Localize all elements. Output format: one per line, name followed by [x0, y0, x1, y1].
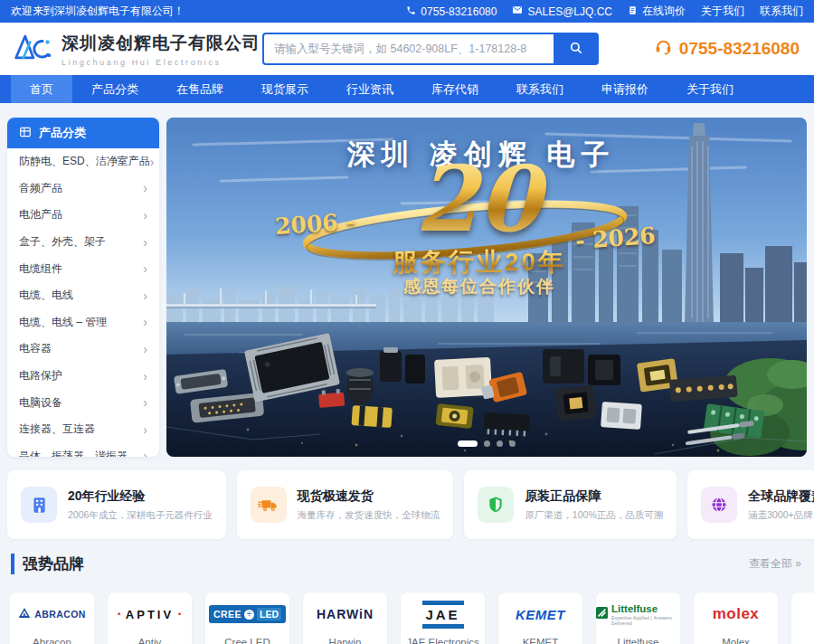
globe-icon	[701, 487, 737, 523]
nav-item-about[interactable]: 关于我们	[667, 75, 752, 103]
brand-card-jae[interactable]: JAE JAE Electronics	[400, 592, 486, 644]
carousel-dot[interactable]	[497, 440, 503, 447]
sidebar-item-connectors[interactable]: 连接器、互连器›	[7, 416, 159, 443]
brand-card-aptiv[interactable]: · APTIV · Aptiv	[107, 592, 193, 644]
topbar: 欢迎来到深圳凌创辉电子有限公司！ 0755-83216080 SALES@LJQ…	[0, 0, 814, 23]
topbar-email-text: SALES@LJQ.CC	[527, 5, 612, 18]
sidebar-item-computer-equipment[interactable]: 电脑设备›	[7, 389, 159, 416]
topbar-contact-link[interactable]: 联系我们	[760, 4, 803, 19]
chevron-right-icon: ›	[143, 289, 147, 303]
feature-card-shipping: 现货极速发货 海量库存，发货速度快，全球物流	[237, 470, 454, 539]
nav-item-consignment[interactable]: 库存代销	[412, 75, 497, 103]
sidebar-item-capacitors[interactable]: 电容器›	[7, 336, 159, 363]
carousel-dot-active[interactable]	[458, 440, 478, 447]
section-title: 强势品牌	[11, 554, 84, 574]
jae-logo: JAE	[422, 601, 464, 629]
shield-icon	[478, 487, 514, 523]
brand-card-harwin[interactable]: HARWiN Harwin	[302, 592, 388, 644]
chevron-right-icon: ›	[150, 155, 155, 169]
kemet-logo: KEMET	[516, 607, 565, 622]
littelfuse-logo: Littelfuse Expertise Applied | Answers D…	[596, 592, 680, 636]
company-name: 深圳凌创辉电子有限公司	[62, 32, 260, 55]
banner-subslogan: 感恩每位合作伙伴	[166, 275, 792, 298]
brand-card-littelfuse[interactable]: Littelfuse Expertise Applied | Answers D…	[595, 592, 681, 644]
site-header: 深圳凌创辉电子有限公司 Lingchuang Hui Electronics 0…	[0, 23, 814, 75]
nav-item-brands[interactable]: 在售品牌	[157, 75, 242, 103]
hotline-number: 0755-83216080	[679, 39, 800, 59]
nav-item-contact[interactable]: 联系我们	[497, 75, 582, 103]
hero-banner: 深圳 凌创辉 电子 20 2006 - - 2026 服务行业20年 感恩每位合…	[166, 118, 807, 457]
chevron-right-icon: ›	[143, 395, 147, 410]
company-subtitle: Lingchuang Hui Electronics	[62, 58, 260, 67]
feature-cards: 20年行业经验 2006年成立，深耕电子元器件行业 现货极速发货 海量库存，发货…	[7, 470, 807, 539]
search-input[interactable]	[262, 33, 554, 65]
abracon-logo: ABRACON	[10, 592, 94, 636]
sidebar-item-circuit-protection[interactable]: 电路保护›	[7, 363, 159, 390]
nav-item-home[interactable]: 首页	[11, 75, 72, 103]
search-button[interactable]	[554, 33, 599, 65]
cree-led-logo: CREE ÷ LED	[205, 592, 289, 636]
brand-cards: ABRACON Abracon · APTIV · Aptiv CREE ÷ L…	[9, 592, 814, 644]
harwin-logo: HARWiN	[317, 607, 374, 621]
brand-card-molex[interactable]: molex Molex	[693, 592, 779, 644]
hotline: 0755-83216080	[654, 23, 800, 75]
category-sidebar: 产品分类 防静电、ESD、洁净室产品› 音频产品› 电池产品› 盒子、外壳、架子…	[7, 118, 159, 457]
sidebar-item-cables-wires[interactable]: 电缆、电线›	[7, 282, 159, 309]
grid-icon	[19, 126, 32, 141]
aptiv-logo: · APTIV ·	[108, 592, 192, 636]
topbar-about-link[interactable]: 关于我们	[701, 4, 744, 19]
brand-card-cree-led[interactable]: CREE ÷ LED Cree LED	[204, 592, 290, 644]
document-icon	[628, 5, 638, 18]
chevron-right-icon: ›	[143, 422, 147, 437]
feature-card-authenticity: 原装正品保障 原厂渠道，100%正品，品质可溯	[464, 470, 677, 539]
sidebar-item-cable-management[interactable]: 电缆、电线 – 管理›	[7, 309, 159, 336]
nav-item-news[interactable]: 行业资讯	[327, 75, 412, 103]
logo[interactable]: 深圳凌创辉电子有限公司 Lingchuang Hui Electronics	[13, 30, 260, 68]
topbar-email[interactable]: SALES@LJQ.CC	[512, 5, 612, 18]
welcome-text: 欢迎来到深圳凌创辉电子有限公司！	[11, 4, 185, 19]
topbar-inquiry-link[interactable]: 在线询价	[628, 4, 686, 19]
sidebar-item-crystals[interactable]: 晶体、振荡器、谐振器›	[7, 443, 159, 457]
sidebar-header[interactable]: 产品分类	[7, 118, 159, 148]
carousel-dots	[166, 440, 807, 447]
banner-big-number: 20	[166, 154, 789, 244]
nav-item-stock[interactable]: 现货展示	[242, 75, 327, 103]
search-icon	[568, 40, 584, 59]
chevron-right-icon: ›	[143, 208, 147, 223]
chevron-right-icon: ›	[143, 369, 147, 384]
feature-card-experience: 20年行业经验 2006年成立，深耕电子元器件行业	[7, 470, 226, 539]
molex-logo: molex	[713, 605, 760, 623]
sidebar-item-battery[interactable]: 电池产品›	[7, 202, 159, 229]
abracon-triangle-icon	[18, 606, 31, 622]
nav-item-categories[interactable]: 产品分类	[72, 75, 157, 103]
search-bar	[262, 33, 599, 65]
truck-icon	[251, 487, 287, 523]
topbar-phone-number: 0755-83216080	[421, 5, 497, 18]
brand-card-partial[interactable]	[790, 592, 814, 644]
topbar-phone[interactable]: 0755-83216080	[406, 5, 497, 18]
sidebar-item-cable-assemblies[interactable]: 电缆组件›	[7, 255, 159, 282]
chevron-right-icon: ›	[143, 315, 147, 329]
carousel-dot[interactable]	[509, 440, 516, 447]
view-all-link[interactable]: 查看全部 »	[749, 556, 801, 572]
littelfuse-icon	[596, 606, 608, 622]
brand-card-kemet[interactable]: KEMET KEMET	[497, 592, 583, 644]
main-content: 产品分类 防静电、ESD、洁净室产品› 音频产品› 电池产品› 盒子、外壳、架子…	[0, 103, 814, 644]
cree-symbol-icon: ÷	[244, 610, 254, 620]
chevron-right-icon: ›	[143, 261, 147, 276]
headset-icon	[654, 37, 673, 61]
sidebar-item-audio[interactable]: 音频产品›	[7, 175, 159, 203]
chevron-right-icon: ›	[143, 342, 147, 356]
sidebar-item-esd[interactable]: 防静电、ESD、洁净室产品›	[7, 148, 159, 175]
brand-card-abracon[interactable]: ABRACON Abracon	[9, 592, 95, 644]
sidebar-item-enclosures[interactable]: 盒子、外壳、架子›	[7, 229, 159, 256]
carousel-dot[interactable]	[484, 440, 490, 447]
phone-icon	[406, 5, 416, 18]
nav-item-quote[interactable]: 申请报价	[582, 75, 667, 103]
banner-year-from: 2006 -	[274, 208, 355, 240]
feature-card-coverage: 全球品牌覆盖 涵盖3000+品牌，百万种型号	[687, 470, 814, 539]
chevron-right-icon: ›	[143, 235, 147, 250]
brands-section-header: 强势品牌 查看全部 »	[11, 550, 801, 577]
company-logo-icon	[13, 30, 52, 68]
chevron-right-icon: ›	[143, 181, 147, 195]
